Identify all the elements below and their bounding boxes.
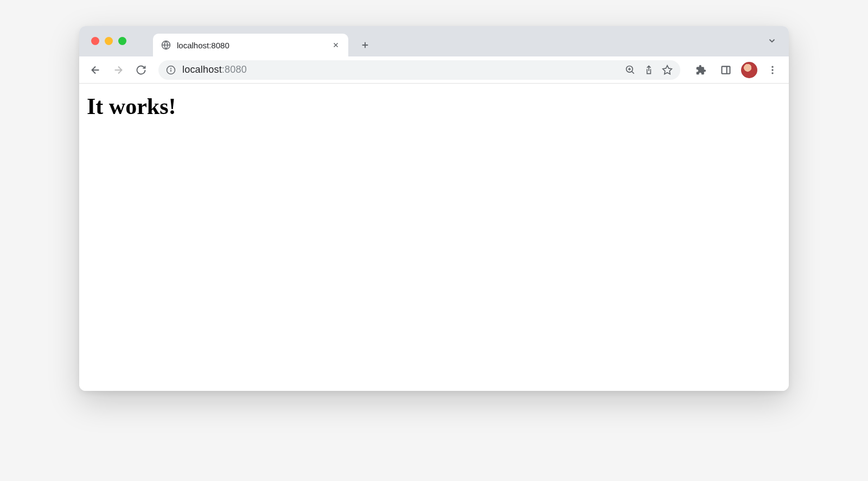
profile-avatar[interactable] xyxy=(741,62,757,78)
extensions-button[interactable] xyxy=(691,60,711,80)
url-host: localhost xyxy=(182,64,222,75)
toolbar: localhost:8080 xyxy=(79,56,789,84)
tab-search-button[interactable] xyxy=(767,36,777,46)
page-heading: It works! xyxy=(87,93,781,119)
bookmark-icon[interactable] xyxy=(662,65,673,75)
close-tab-button[interactable] xyxy=(331,40,341,50)
menu-button[interactable] xyxy=(763,60,782,80)
zoom-icon[interactable] xyxy=(625,65,636,75)
window-minimize-button[interactable] xyxy=(105,37,113,45)
svg-point-5 xyxy=(771,66,773,67)
svg-rect-4 xyxy=(722,66,730,73)
browser-tab[interactable]: localhost:8080 xyxy=(153,34,348,56)
reload-button[interactable] xyxy=(131,60,151,80)
share-icon[interactable] xyxy=(643,65,654,75)
back-button[interactable] xyxy=(86,60,105,80)
forward-button[interactable] xyxy=(108,60,128,80)
toolbar-right xyxy=(691,60,782,80)
url-text: localhost:8080 xyxy=(182,64,618,75)
new-tab-button[interactable] xyxy=(356,36,374,54)
omnibox-actions xyxy=(625,65,673,75)
site-info-icon[interactable] xyxy=(166,65,176,75)
url-port: :8080 xyxy=(222,64,247,75)
browser-window: localhost:8080 xyxy=(79,26,789,391)
svg-point-7 xyxy=(771,72,773,74)
window-controls xyxy=(91,37,126,45)
side-panel-button[interactable] xyxy=(716,60,736,80)
globe-icon xyxy=(161,40,171,50)
svg-point-2 xyxy=(171,68,171,68)
address-bar[interactable]: localhost:8080 xyxy=(158,60,680,80)
window-fullscreen-button[interactable] xyxy=(118,37,126,45)
page-content: It works! xyxy=(79,84,789,391)
tab-title: localhost:8080 xyxy=(177,41,331,50)
window-close-button[interactable] xyxy=(91,37,99,45)
svg-point-6 xyxy=(771,69,773,71)
tab-strip: localhost:8080 xyxy=(79,26,789,56)
